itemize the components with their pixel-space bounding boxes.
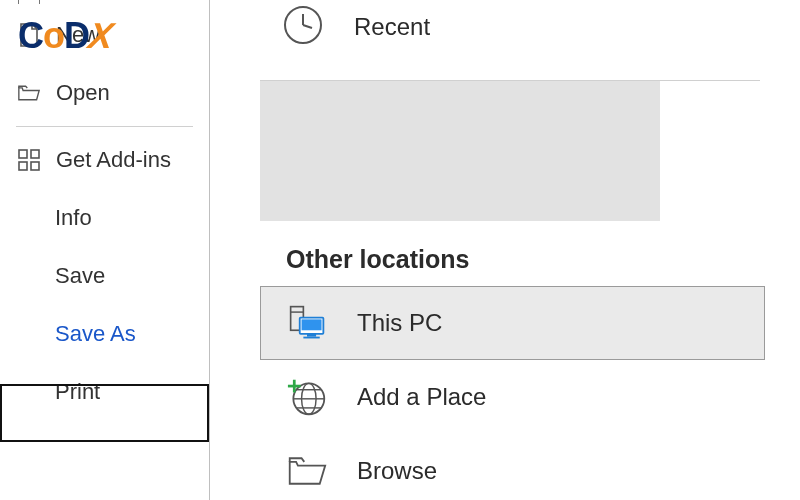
location-label: This PC <box>357 309 442 337</box>
sidebar-item-new[interactable]: New <box>0 6 209 64</box>
location-browse[interactable]: Browse <box>260 434 765 500</box>
svg-rect-10 <box>302 319 322 330</box>
svg-line-6 <box>303 25 312 28</box>
sidebar-item-label: New <box>56 22 100 48</box>
svg-rect-2 <box>19 162 27 170</box>
sidebar-item-get-addins[interactable]: Get Add-ins <box>0 131 209 189</box>
sidebar-item-save-as[interactable]: Save As <box>0 305 209 363</box>
location-this-pc[interactable]: This PC <box>260 286 765 360</box>
sidebar-item-label: Info <box>55 205 92 231</box>
add-place-globe-icon <box>287 377 327 417</box>
svg-rect-3 <box>31 162 39 170</box>
location-label: Add a Place <box>357 383 486 411</box>
sidebar-item-save[interactable]: Save <box>0 247 209 305</box>
this-pc-icon <box>287 303 327 343</box>
file-menu-sidebar: New Open Get Add-ins Info Save Save As P… <box>0 0 210 500</box>
location-label: Browse <box>357 457 437 485</box>
sidebar-item-info[interactable]: Info <box>0 189 209 247</box>
sidebar-item-label: Open <box>56 80 110 106</box>
svg-rect-0 <box>19 150 27 158</box>
addins-grid-icon <box>18 149 40 171</box>
svg-rect-12 <box>303 337 319 339</box>
svg-rect-1 <box>31 150 39 158</box>
sidebar-item-print[interactable]: Print <box>0 363 209 421</box>
sidebar-item-label: Get Add-ins <box>56 147 171 173</box>
svg-rect-11 <box>307 334 316 337</box>
sidebar-item-open[interactable]: Open <box>0 64 209 122</box>
folder-open-icon <box>18 82 40 104</box>
sidebar-item-label: Save As <box>55 321 136 347</box>
save-as-main-panel: Recent Other locations This PC <box>210 0 800 500</box>
sidebar-item-label: Print <box>55 379 100 405</box>
location-recent[interactable]: Recent <box>260 0 800 80</box>
clock-icon <box>282 4 324 50</box>
new-document-icon <box>18 24 40 46</box>
sidebar-item-label: Save <box>55 263 105 289</box>
browse-folder-icon <box>287 451 327 491</box>
pinned-placeholder-block <box>260 81 660 221</box>
recent-label: Recent <box>354 13 430 41</box>
other-locations-title: Other locations <box>286 245 800 274</box>
location-add-a-place[interactable]: Add a Place <box>260 360 765 434</box>
sidebar-divider <box>16 126 193 127</box>
